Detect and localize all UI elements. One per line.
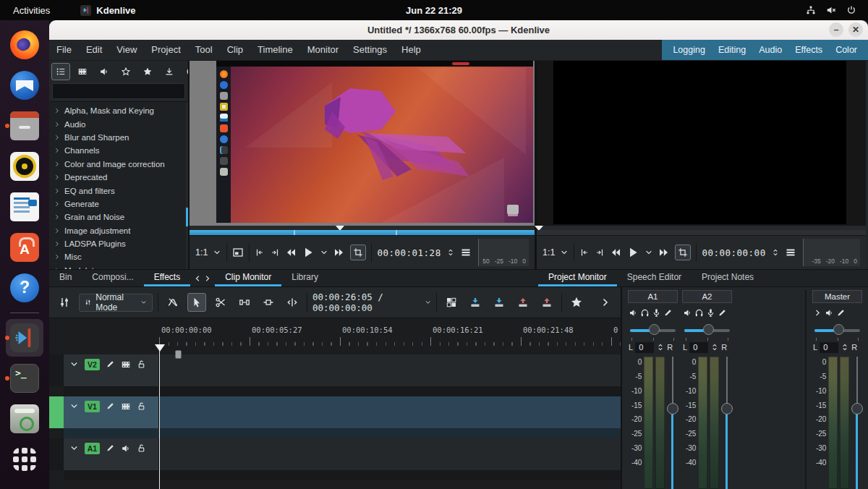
system-tray[interactable]: [806, 5, 868, 15]
volume-slider[interactable]: [851, 357, 863, 489]
track-v2-lane[interactable]: [159, 354, 621, 386]
effects-category[interactable]: Generate: [49, 197, 188, 211]
effects-category[interactable]: Alpha, Mask and Keying: [49, 104, 188, 117]
edit-track-icon[interactable]: [106, 443, 115, 453]
effects-category[interactable]: Image adjustment: [49, 224, 188, 237]
workspace-button[interactable]: Audio: [752, 45, 788, 55]
track-v2-header[interactable]: V2: [64, 354, 159, 386]
tab-scroll-left-icon[interactable]: [193, 274, 202, 283]
kdenlive-icon[interactable]: [6, 319, 43, 357]
app-indicator[interactable]: Kdenlive: [80, 5, 135, 16]
track-v2-badge[interactable]: V2: [85, 359, 100, 370]
libreoffice-writer-icon[interactable]: [6, 188, 43, 226]
trash-icon[interactable]: [6, 400, 43, 438]
tab-effects[interactable]: Effects: [144, 270, 190, 286]
channel-effects-icon[interactable]: [836, 308, 846, 318]
project-play-button[interactable]: [626, 246, 639, 259]
track-v2-target[interactable]: [49, 354, 64, 386]
tab-clip-monitor[interactable]: Clip Monitor: [215, 270, 281, 286]
chevron-down-icon[interactable]: [69, 443, 79, 453]
chevron-down-icon[interactable]: [560, 248, 569, 257]
effects-category[interactable]: Audio: [49, 117, 188, 130]
tab-compositions[interactable]: Composi...: [82, 270, 143, 286]
ubuntu-software-icon[interactable]: [6, 229, 43, 266]
menu-item[interactable]: Settings: [346, 40, 394, 60]
titlebar[interactable]: Untitled */ 1366x768 60.00fps — Kdenlive…: [49, 20, 868, 40]
spacer-tool-button[interactable]: [235, 293, 254, 312]
clip-zoom-label[interactable]: 1:1: [195, 247, 208, 258]
balance-slider[interactable]: [814, 323, 860, 338]
effect-templates-button[interactable]: [182, 63, 188, 80]
menu-item[interactable]: File: [49, 40, 79, 60]
favorite-effects-button[interactable]: [138, 63, 157, 80]
effects-category[interactable]: Color and Image correction: [49, 158, 188, 171]
project-rewind-button[interactable]: [610, 247, 621, 258]
overwrite-zone-button[interactable]: [490, 293, 509, 312]
activities-button[interactable]: Activities: [0, 5, 63, 16]
clip-overlay-button[interactable]: [232, 247, 244, 258]
edit-track-icon[interactable]: [106, 360, 115, 369]
project-forward-button[interactable]: [658, 247, 670, 258]
terminal-icon[interactable]: [6, 360, 43, 397]
chevron-down-icon[interactable]: [644, 248, 653, 257]
edit-track-icon[interactable]: [106, 401, 115, 411]
effects-category[interactable]: LADSPA Plugins: [49, 237, 188, 250]
video-effects-button[interactable]: [73, 63, 92, 80]
tab-bin[interactable]: Bin: [49, 270, 82, 286]
menu-item[interactable]: Project: [144, 40, 187, 60]
timecode-spinner-icon[interactable]: [446, 248, 455, 257]
menu-item[interactable]: Edit: [79, 40, 109, 60]
clip-rewind-button[interactable]: [285, 247, 297, 258]
menu-item[interactable]: Monitor: [300, 40, 346, 60]
audio-effects-button[interactable]: [95, 63, 114, 80]
track-v1-header[interactable]: V1: [64, 396, 159, 428]
audio-track-icon[interactable]: [121, 443, 131, 454]
project-zone-bar[interactable]: [537, 230, 866, 235]
files-icon[interactable]: [6, 107, 43, 145]
video-track-icon[interactable]: [121, 401, 131, 412]
mute-icon[interactable]: [825, 308, 834, 318]
custom-effects-button[interactable]: [116, 63, 135, 80]
spinner-icon[interactable]: [841, 343, 849, 352]
lock-icon[interactable]: [137, 443, 146, 453]
clip-monitor-video[interactable]: [190, 61, 535, 226]
record-mic-icon[interactable]: [706, 308, 715, 318]
solo-headphones-icon[interactable]: [640, 308, 650, 318]
clip-play-button[interactable]: [302, 246, 315, 259]
chevron-down-icon[interactable]: [425, 298, 431, 307]
effects-scrollbar[interactable]: [186, 102, 188, 269]
workspace-button[interactable]: Editing: [712, 45, 752, 55]
use-timeline-zone-button[interactable]: [442, 293, 461, 312]
clip-zone-end-button[interactable]: [270, 247, 280, 258]
effects-category[interactable]: Deprecated: [49, 171, 188, 184]
tab-scroll-right-icon[interactable]: [203, 274, 212, 283]
lift-zone-button[interactable]: [537, 293, 556, 312]
ripple-tool-button[interactable]: [259, 293, 278, 312]
clip-timecode[interactable]: 00:00:01:28: [377, 247, 441, 258]
help-icon[interactable]: [6, 269, 43, 307]
download-effects-button[interactable]: [160, 63, 179, 80]
video-track-icon[interactable]: [121, 360, 131, 370]
project-zone-end-button[interactable]: [595, 247, 605, 258]
mix-clips-button[interactable]: [163, 293, 182, 312]
timeline-body[interactable]: 00:00:00:0000:00:05:2700:00:10:5400:00:1…: [49, 318, 621, 489]
workspace-button[interactable]: Effects: [788, 45, 829, 55]
lock-icon[interactable]: [137, 401, 146, 411]
mixer-a1-label[interactable]: A1: [628, 290, 678, 303]
timeline-marker-icon[interactable]: [175, 350, 182, 359]
slip-tool-button[interactable]: [283, 293, 302, 312]
firefox-icon[interactable]: [6, 26, 43, 64]
collapse-mixer-icon[interactable]: [813, 308, 822, 318]
menu-item[interactable]: View: [109, 40, 144, 60]
network-icon[interactable]: [806, 5, 816, 15]
mute-icon[interactable]: [629, 308, 638, 318]
spinner-icon[interactable]: [656, 343, 665, 352]
tab-project-notes[interactable]: Project Notes: [692, 270, 764, 286]
track-v1-target[interactable]: [49, 396, 64, 428]
app-grid-icon[interactable]: [6, 441, 43, 478]
clip-forward-button[interactable]: [333, 247, 345, 258]
favorite-effects-button[interactable]: [567, 293, 586, 312]
chevron-down-icon[interactable]: [213, 248, 221, 257]
channel-effects-icon[interactable]: [718, 308, 727, 318]
track-a1-header[interactable]: A1: [64, 438, 159, 470]
